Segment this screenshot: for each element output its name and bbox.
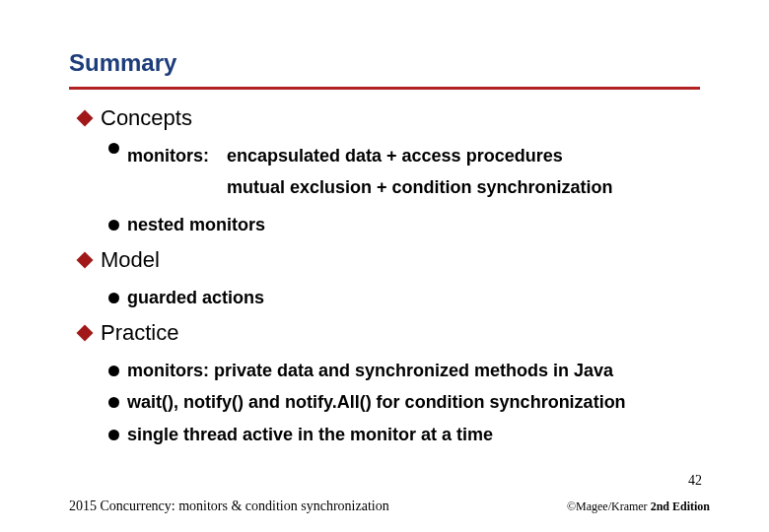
item-label: single thread active in the monitor at a…	[127, 425, 493, 444]
item-label: monitors: private data and synchronized …	[127, 361, 613, 380]
section-heading: Practice	[101, 320, 178, 345]
item-label: nested monitors	[127, 215, 265, 234]
page-number: 42	[688, 473, 702, 489]
item-label: wait(), notify() and notify.All() for co…	[127, 392, 626, 412]
bullet-icon	[108, 220, 119, 231]
item-text: encapsulated data + access procedures	[227, 143, 613, 168]
bullet-icon	[108, 143, 119, 154]
bullet-icon	[108, 397, 119, 408]
diamond-icon	[77, 252, 94, 269]
footer-right: ©Magee/Kramer 2nd Edition	[567, 499, 710, 514]
item-body: encapsulated data + access procedures mu…	[227, 143, 613, 206]
slide-title: Summary	[69, 49, 700, 77]
list-item: single thread active in the monitor at a…	[108, 422, 700, 447]
item-text: mutual exclusion + condition synchroniza…	[227, 174, 613, 200]
section-concepts: Concepts	[79, 105, 700, 131]
section-model: Model	[79, 247, 700, 273]
section-heading: Concepts	[101, 105, 192, 130]
footer-left: 2015 Concurrency: monitors & condition s…	[69, 499, 389, 514]
list-item: guarded actions	[108, 285, 700, 310]
title-divider	[69, 87, 700, 90]
diamond-icon	[77, 325, 94, 342]
bullet-icon	[108, 293, 119, 303]
footer-copyright: ©Magee/Kramer	[567, 499, 651, 513]
diamond-icon	[77, 110, 94, 127]
slide: Summary Concepts monitors: encapsulated …	[0, 0, 769, 532]
list-item: nested monitors	[108, 212, 700, 237]
list-item: monitors: private data and synchronized …	[108, 358, 700, 383]
bullet-icon	[108, 366, 119, 376]
list-item: monitors: encapsulated data + access pro…	[108, 143, 700, 206]
item-label: monitors:	[127, 143, 209, 206]
section-practice: Practice	[79, 320, 700, 346]
item-label: guarded actions	[127, 288, 264, 307]
section-heading: Model	[101, 247, 160, 272]
list-item: wait(), notify() and notify.All() for co…	[108, 389, 700, 415]
slide-footer: 2015 Concurrency: monitors & condition s…	[69, 499, 710, 514]
bullet-icon	[108, 430, 119, 440]
